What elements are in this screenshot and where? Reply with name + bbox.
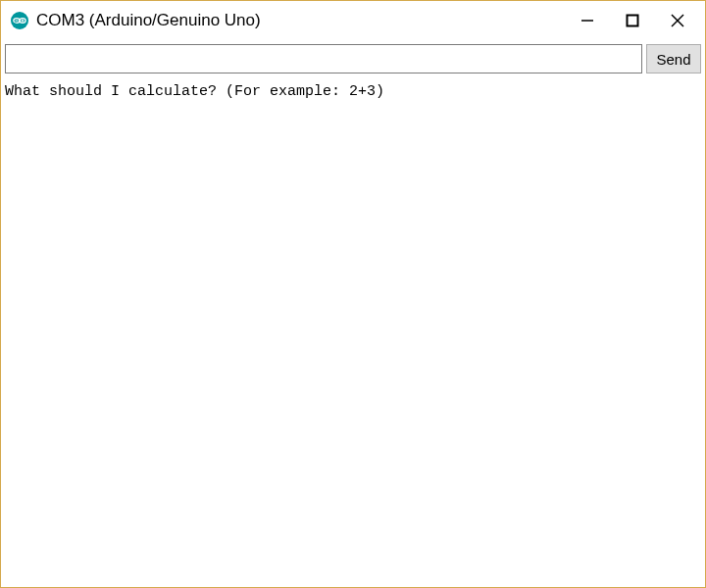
minimize-icon[interactable]: [578, 11, 597, 30]
window-title: COM3 (Arduino/Genuino Uno): [36, 11, 578, 30]
titlebar: COM3 (Arduino/Genuino Uno): [1, 1, 705, 40]
arduino-icon: [11, 12, 28, 29]
serial-output: What should I calculate? (For example: 2…: [1, 77, 705, 106]
window-controls: [578, 11, 687, 30]
send-button[interactable]: Send: [646, 44, 701, 74]
input-row: Send: [1, 40, 705, 77]
maximize-icon[interactable]: [623, 11, 642, 30]
svg-rect-7: [628, 16, 638, 26]
serial-input[interactable]: [5, 44, 642, 74]
close-icon[interactable]: [668, 11, 687, 30]
